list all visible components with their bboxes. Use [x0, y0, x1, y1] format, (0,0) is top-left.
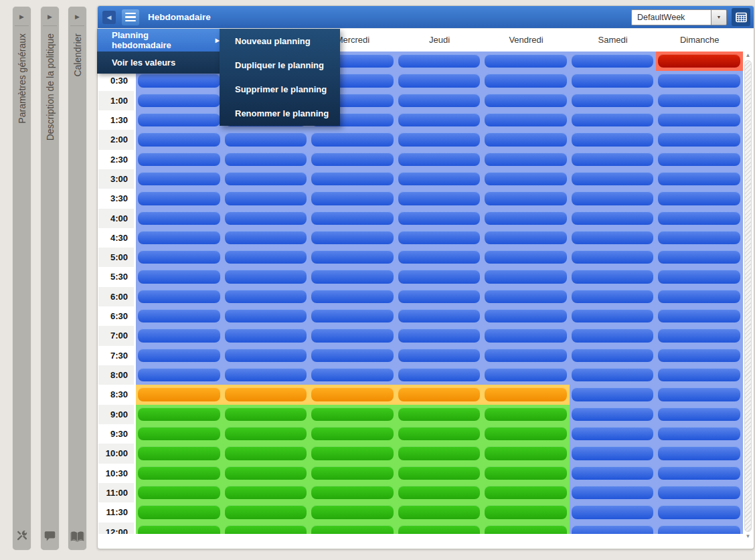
slot-jeudi-3:30[interactable]	[396, 189, 483, 208]
slot-vendredi-0:00[interactable]	[483, 52, 570, 71]
slot-mardi-6:00[interactable]	[223, 287, 310, 306]
submenu-item[interactable]: Nouveau planning	[220, 29, 340, 53]
slot-dimanche-11:30[interactable]	[656, 502, 743, 522]
slot-mardi-2:00[interactable]	[223, 130, 310, 149]
slot-dimanche-2:00[interactable]	[656, 130, 743, 149]
slot-dimanche-5:00[interactable]	[656, 248, 743, 267]
slot-mardi-10:00[interactable]	[223, 444, 310, 463]
slot-jeudi-11:30[interactable]	[396, 502, 483, 522]
slot-lundi-1:30[interactable]	[136, 110, 223, 130]
slot-lundi-5:30[interactable]	[136, 267, 223, 286]
slot-samedi-4:30[interactable]	[570, 228, 657, 248]
slot-vendredi-4:30[interactable]	[483, 228, 570, 248]
slot-samedi-6:30[interactable]	[570, 306, 657, 326]
slot-dimanche-3:30[interactable]	[656, 189, 743, 208]
slot-jeudi-2:30[interactable]	[396, 150, 483, 169]
slot-mardi-12:00[interactable]	[223, 523, 310, 535]
slot-mercredi-7:30[interactable]	[309, 346, 396, 365]
slot-mardi-9:30[interactable]	[223, 424, 310, 444]
slot-samedi-4:00[interactable]	[570, 209, 657, 228]
slot-lundi-2:30[interactable]	[136, 150, 223, 169]
slot-mercredi-6:30[interactable]	[309, 306, 396, 326]
slot-samedi-0:00[interactable]	[570, 52, 657, 71]
slot-lundi-2:00[interactable]	[136, 130, 223, 149]
scroll-up-icon[interactable]: ▲	[744, 52, 752, 60]
scroll-down-icon[interactable]: ▼	[744, 533, 752, 541]
slot-samedi-12:00[interactable]	[570, 523, 657, 535]
slot-mardi-5:00[interactable]	[223, 248, 310, 267]
week-selector-input[interactable]	[631, 9, 711, 25]
slot-samedi-2:00[interactable]	[570, 130, 657, 149]
slot-lundi-1:00[interactable]	[136, 91, 223, 110]
menu-item-planning-hebdomadaire[interactable]: Planning hebdomadaire ▶	[97, 29, 220, 52]
slot-samedi-1:00[interactable]	[570, 91, 657, 110]
hamburger-menu-button[interactable]	[122, 9, 139, 25]
slot-lundi-11:00[interactable]	[136, 483, 223, 502]
slot-dimanche-2:30[interactable]	[656, 150, 743, 169]
slot-samedi-7:00[interactable]	[570, 326, 657, 345]
slot-vendredi-11:00[interactable]	[483, 483, 570, 502]
slot-vendredi-5:00[interactable]	[483, 248, 570, 267]
slot-jeudi-12:00[interactable]	[396, 523, 483, 535]
slot-mercredi-9:30[interactable]	[309, 424, 396, 444]
slot-jeudi-2:00[interactable]	[396, 130, 483, 149]
slot-mercredi-6:00[interactable]	[309, 287, 396, 306]
slot-jeudi-3:00[interactable]	[396, 169, 483, 189]
slot-dimanche-7:30[interactable]	[656, 346, 743, 365]
slot-jeudi-0:00[interactable]	[396, 52, 483, 71]
slot-dimanche-0:00[interactable]	[656, 52, 743, 71]
slot-mardi-7:00[interactable]	[223, 326, 310, 345]
slot-lundi-10:30[interactable]	[136, 464, 223, 483]
slot-samedi-1:30[interactable]	[570, 110, 657, 130]
sidebar-tab-calendrier[interactable]: ▶ Calendrier	[68, 7, 86, 550]
slot-mardi-11:30[interactable]	[223, 502, 310, 522]
slot-mardi-3:30[interactable]	[223, 189, 310, 208]
slot-vendredi-0:30[interactable]	[483, 71, 570, 90]
scrollbar-track[interactable]	[744, 60, 752, 532]
slot-samedi-7:30[interactable]	[570, 346, 657, 365]
slot-lundi-6:30[interactable]	[136, 306, 223, 326]
slot-vendredi-8:00[interactable]	[483, 365, 570, 385]
slot-jeudi-5:30[interactable]	[396, 267, 483, 286]
slot-samedi-11:30[interactable]	[570, 502, 657, 522]
slot-jeudi-4:30[interactable]	[396, 228, 483, 248]
slot-mercredi-5:30[interactable]	[309, 267, 396, 286]
slot-lundi-9:00[interactable]	[136, 405, 223, 424]
slot-vendredi-7:30[interactable]	[483, 346, 570, 365]
slot-dimanche-9:00[interactable]	[656, 405, 743, 424]
week-selector-dropdown-button[interactable]: ▼	[711, 9, 727, 25]
slot-jeudi-1:30[interactable]	[396, 110, 483, 130]
slot-dimanche-10:30[interactable]	[656, 464, 743, 483]
slot-dimanche-1:00[interactable]	[656, 91, 743, 110]
sidebar-tab-parametres-generaux[interactable]: ▶ Paramètres généraux	[13, 7, 31, 550]
slot-dimanche-0:30[interactable]	[656, 71, 743, 90]
calendar-button[interactable]	[732, 8, 750, 26]
sidebar-tab-description-politique[interactable]: ▶ Description de la politique	[41, 7, 59, 550]
slot-lundi-8:30[interactable]	[136, 385, 223, 404]
slot-jeudi-4:00[interactable]	[396, 209, 483, 228]
slot-dimanche-3:00[interactable]	[656, 169, 743, 189]
slot-mercredi-2:30[interactable]	[309, 150, 396, 169]
slot-dimanche-6:00[interactable]	[656, 287, 743, 306]
slot-samedi-3:00[interactable]	[570, 169, 657, 189]
slot-dimanche-10:00[interactable]	[656, 444, 743, 463]
slot-mardi-4:00[interactable]	[223, 209, 310, 228]
slot-samedi-6:00[interactable]	[570, 287, 657, 306]
slot-jeudi-7:00[interactable]	[396, 326, 483, 345]
slot-jeudi-10:00[interactable]	[396, 444, 483, 463]
slot-lundi-7:30[interactable]	[136, 346, 223, 365]
slot-jeudi-5:00[interactable]	[396, 248, 483, 267]
slot-vendredi-8:30[interactable]	[483, 385, 570, 404]
slot-mardi-3:00[interactable]	[223, 169, 310, 189]
slot-samedi-2:30[interactable]	[570, 150, 657, 169]
slot-dimanche-8:00[interactable]	[656, 365, 743, 385]
slot-jeudi-8:30[interactable]	[396, 385, 483, 404]
slot-vendredi-9:00[interactable]	[483, 405, 570, 424]
slot-mardi-8:30[interactable]	[223, 385, 310, 404]
slot-mardi-2:30[interactable]	[223, 150, 310, 169]
slot-vendredi-11:30[interactable]	[483, 502, 570, 522]
slot-mercredi-9:00[interactable]	[309, 405, 396, 424]
slot-vendredi-3:00[interactable]	[483, 169, 570, 189]
slot-jeudi-6:00[interactable]	[396, 287, 483, 306]
slot-vendredi-12:00[interactable]	[483, 523, 570, 535]
